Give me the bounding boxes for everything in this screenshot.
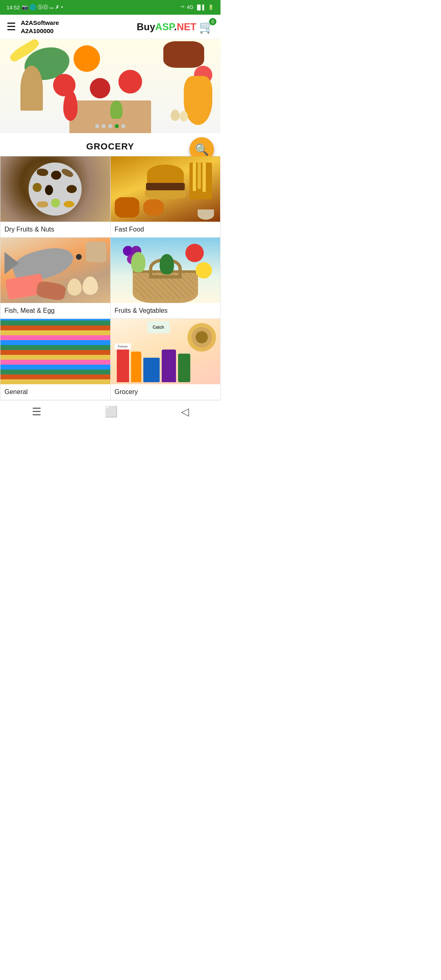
category-grid: Dry Fruits & Nuts Fast Food [0, 156, 220, 400]
signal-icon: ▐▌▌ [195, 4, 206, 10]
dot-5[interactable] [121, 124, 125, 128]
nav-home-button[interactable]: ⬜ [105, 405, 118, 418]
category-item-grocery[interactable]: Catch Fortune Grocery [111, 319, 221, 400]
category-label-grocery: Grocery [111, 384, 220, 400]
nav-back-button[interactable]: ◁ [181, 405, 189, 418]
menu-button[interactable]: ☰ [7, 20, 16, 33]
category-image-fruits-veg [111, 238, 220, 303]
logo-dot: . [174, 21, 177, 32]
dot-4[interactable] [115, 124, 119, 128]
section-title: GROCERY [0, 141, 220, 152]
category-label-dry-fruits: Dry Fruits & Nuts [0, 222, 110, 237]
logo-net: NET [177, 21, 196, 32]
category-image-fish-meat [0, 238, 110, 303]
status-icons: 📷 🌐 ⓈⓄ ᵥₒ ✗ • [22, 4, 63, 11]
banner-art [0, 39, 220, 133]
category-label-general: General [0, 384, 110, 400]
category-image-dry-fruits [0, 156, 110, 222]
category-item-fish-meat[interactable]: Fish, Meat & Egg [0, 238, 111, 319]
section-title-area: GROCERY 🔍 [0, 133, 220, 156]
status-right: ᵛᵒ 4G ▐▌▌ 🔋 [180, 4, 214, 10]
header-title: A2ASoftware A2A100000 [21, 19, 59, 35]
category-label-fish-meat: Fish, Meat & Egg [0, 303, 110, 318]
logo-text: BuyASP.NET [137, 21, 196, 33]
volte-icon: ᵛᵒ [180, 4, 185, 10]
logo-asp: ASP [155, 21, 174, 32]
category-label-fast-food: Fast Food [111, 222, 220, 237]
category-item-fruits-veg[interactable]: Fruits & Vegtables [111, 238, 221, 319]
user-id: A2A100000 [21, 27, 59, 35]
cart-count: 0 [209, 18, 216, 25]
cart-button[interactable]: 🛒 0 [199, 20, 214, 34]
status-bar: 14:52 📷 🌐 ⓈⓄ ᵥₒ ✗ • ᵛᵒ 4G ▐▌▌ 🔋 [0, 0, 220, 15]
category-item-general[interactable]: General [0, 319, 111, 400]
status-left: 14:52 📷 🌐 ⓈⓄ ᵥₒ ✗ • [7, 4, 63, 11]
battery-icon: 🔋 [208, 4, 214, 10]
category-image-grocery: Catch Fortune [111, 319, 220, 384]
category-label-fruits-veg: Fruits & Vegtables [111, 303, 220, 318]
logo-area: BuyASP.NET 🛒 0 [137, 20, 214, 34]
category-item-fast-food[interactable]: Fast Food [111, 156, 221, 238]
dot-1[interactable] [95, 124, 99, 128]
banner-dots [95, 124, 125, 128]
search-fab-icon: 🔍 [195, 143, 209, 156]
bottom-nav: ☰ ⬜ ◁ [0, 400, 220, 423]
status-time: 14:52 [7, 4, 20, 11]
app-header: ☰ A2ASoftware A2A100000 BuyASP.NET 🛒 0 [0, 15, 220, 39]
user-name: A2ASoftware [21, 19, 59, 27]
logo-buy: Buy [137, 21, 155, 32]
category-image-fast-food [111, 156, 220, 222]
network-icon: 4G [187, 4, 193, 10]
dot-3[interactable] [108, 124, 112, 128]
category-image-general [0, 319, 110, 384]
category-item-dry-fruits[interactable]: Dry Fruits & Nuts [0, 156, 111, 238]
banner[interactable] [0, 39, 220, 133]
header-left: ☰ A2ASoftware A2A100000 [7, 19, 59, 35]
dot-2[interactable] [102, 124, 106, 128]
nav-menu-button[interactable]: ☰ [32, 405, 41, 418]
